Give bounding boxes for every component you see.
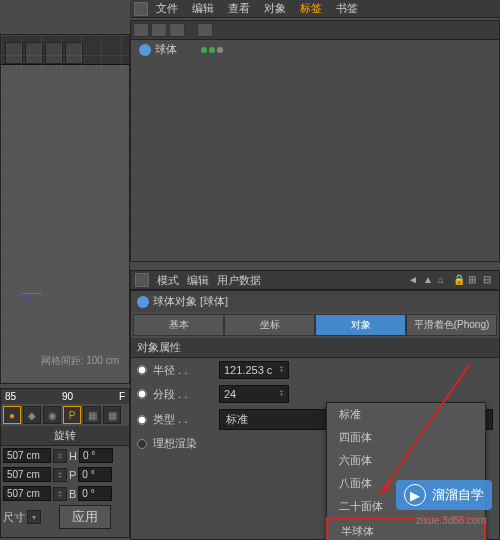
sphere-icon — [139, 44, 151, 56]
visibility-dots[interactable] — [201, 47, 223, 53]
render-label: 理想渲染 — [153, 436, 213, 451]
attribute-manager-menu: 模式 编辑 用户数据 ◄ ▲ ⌂ 🔒 ⊞ ⊟ — [130, 270, 500, 290]
anim-dot-icon[interactable] — [137, 389, 147, 399]
playback-button[interactable]: ▦ — [83, 406, 101, 424]
anim-dot-icon[interactable] — [137, 365, 147, 375]
menu-tags[interactable]: 标签 — [294, 0, 328, 18]
spinner-icon[interactable]: ‡ — [280, 364, 284, 376]
play-icon: ▶ — [404, 484, 426, 506]
hierarchy-tool-icon[interactable] — [151, 23, 167, 37]
menu-view[interactable]: 查看 — [222, 0, 256, 18]
nav-back-icon[interactable]: ◄ — [408, 274, 420, 286]
object-name: 球体 — [155, 42, 177, 57]
size-label: 尺寸 — [3, 510, 25, 525]
object-manager-menu: 文件 编辑 查看 对象 标签 书签 — [130, 0, 500, 18]
param-row-b: ‡ B — [1, 484, 129, 503]
watermark-text: 溜溜自学 — [432, 486, 484, 504]
tab-basic[interactable]: 基本 — [133, 314, 224, 336]
frame-number: 90 — [62, 391, 73, 402]
segments-input[interactable]: 24 ‡ — [219, 385, 289, 403]
menu-icon[interactable] — [134, 2, 148, 16]
func-icon[interactable]: ⊟ — [483, 274, 495, 286]
spinner-icon[interactable]: ‡ — [53, 468, 67, 482]
sphere-icon — [137, 296, 149, 308]
settings-icon[interactable]: ⊞ — [468, 274, 480, 286]
anim-dot-icon[interactable] — [137, 415, 147, 425]
key-button[interactable]: ◆ — [23, 406, 41, 424]
attr-tabs: 基本 坐标 对象 平滑着色(Phong) — [131, 312, 499, 338]
hierarchy-tool-icon[interactable] — [197, 23, 213, 37]
frame-number: 85 — [5, 391, 16, 402]
dropdown-option-hexa[interactable]: 六面体 — [327, 449, 485, 472]
rotate-section-label: 旋转 — [1, 426, 129, 446]
menu-bookmark[interactable]: 书签 — [330, 0, 364, 18]
size-apply-row: 尺寸 ▾ 应用 — [1, 503, 129, 531]
attr-nav-icons: ◄ ▲ ⌂ 🔒 ⊞ ⊟ — [408, 274, 495, 286]
apply-button[interactable]: 应用 — [59, 505, 111, 529]
attr-section-header: 对象属性 — [131, 338, 499, 358]
attr-object-title: 球体对象 [球体] — [131, 291, 499, 312]
tab-object[interactable]: 对象 — [315, 314, 406, 336]
timeline-panel: 85 90 F ● ◆ ◉ P ▦ ▦ 旋转 ‡ H ‡ P ‡ B 尺寸 ▾ … — [0, 388, 130, 538]
playback-buttons: ● ◆ ◉ P ▦ ▦ — [1, 404, 129, 426]
menu-icon[interactable] — [135, 273, 149, 287]
frame-letter: F — [119, 391, 125, 402]
dropdown-option-standard[interactable]: 标准 — [327, 403, 485, 426]
radius-label: 半径 . . — [153, 363, 213, 378]
size-h-input[interactable] — [3, 448, 51, 463]
axis-label-b: B — [69, 488, 76, 500]
lock-icon[interactable]: 🔒 — [453, 274, 465, 286]
rot-h-input[interactable] — [79, 448, 113, 463]
viewport-3d[interactable]: 网格间距: 100 cm — [0, 34, 130, 384]
menu-userdata[interactable]: 用户数据 — [217, 273, 261, 288]
watermark-badge: ▶ 溜溜自学 — [396, 480, 492, 510]
menu-file[interactable]: 文件 — [150, 0, 184, 18]
anim-dot-icon[interactable] — [137, 439, 147, 449]
radius-input[interactable]: 121.253 c ‡ — [219, 361, 289, 379]
spinner-icon[interactable]: ‡ — [53, 449, 67, 463]
param-row-h: ‡ H — [1, 446, 129, 465]
timeline-ruler[interactable]: 85 90 F — [1, 389, 129, 404]
hierarchy-toolbar — [131, 21, 499, 40]
dropdown-icon[interactable]: ▾ — [27, 510, 41, 524]
type-selected-value: 标准 — [226, 412, 248, 427]
segments-label: 分段 . . — [153, 387, 213, 402]
dot-tag[interactable] — [217, 47, 223, 53]
spinner-icon[interactable]: ‡ — [53, 487, 67, 501]
dropdown-option-tetra[interactable]: 四面体 — [327, 426, 485, 449]
nav-home-icon[interactable]: ⌂ — [438, 274, 450, 286]
play-button[interactable]: P — [63, 406, 81, 424]
object-manager-panel: 球体 — [130, 20, 500, 262]
menu-object[interactable]: 对象 — [258, 0, 292, 18]
radius-value: 121.253 c — [224, 364, 272, 376]
viewport-grid — [1, 35, 129, 383]
watermark-url: zixue.3d66.com — [416, 515, 486, 526]
rot-b-input[interactable] — [78, 486, 112, 501]
axis-label-h: H — [69, 450, 77, 462]
spinner-icon[interactable]: ‡ — [280, 388, 284, 400]
dot-render[interactable] — [209, 47, 215, 53]
record-button[interactable]: ● — [3, 406, 21, 424]
dot-editor[interactable] — [201, 47, 207, 53]
attr-title-text: 球体对象 [球体] — [153, 294, 228, 309]
autokey-button[interactable]: ◉ — [43, 406, 61, 424]
hierarchy-tool-icon[interactable] — [133, 23, 149, 37]
playback-button[interactable]: ▦ — [103, 406, 121, 424]
hierarchy-tool-icon[interactable] — [169, 23, 185, 37]
tab-phong[interactable]: 平滑着色(Phong) — [406, 314, 497, 336]
menu-edit[interactable]: 编辑 — [187, 273, 209, 288]
axis-label-p: P — [69, 469, 76, 481]
tab-coord[interactable]: 坐标 — [224, 314, 315, 336]
param-row-p: ‡ P — [1, 465, 129, 484]
attr-row-radius: 半径 . . 121.253 c ‡ — [131, 358, 499, 382]
menu-mode[interactable]: 模式 — [157, 273, 179, 288]
grid-spacing-label: 网格间距: 100 cm — [41, 354, 119, 368]
menu-edit[interactable]: 编辑 — [186, 0, 220, 18]
hierarchy-item-sphere[interactable]: 球体 — [131, 40, 499, 59]
size-b-input[interactable] — [3, 486, 51, 501]
type-label: 类型 . . — [153, 412, 213, 427]
nav-up-icon[interactable]: ▲ — [423, 274, 435, 286]
rot-p-input[interactable] — [78, 467, 112, 482]
segments-value: 24 — [224, 388, 236, 400]
size-p-input[interactable] — [3, 467, 51, 482]
